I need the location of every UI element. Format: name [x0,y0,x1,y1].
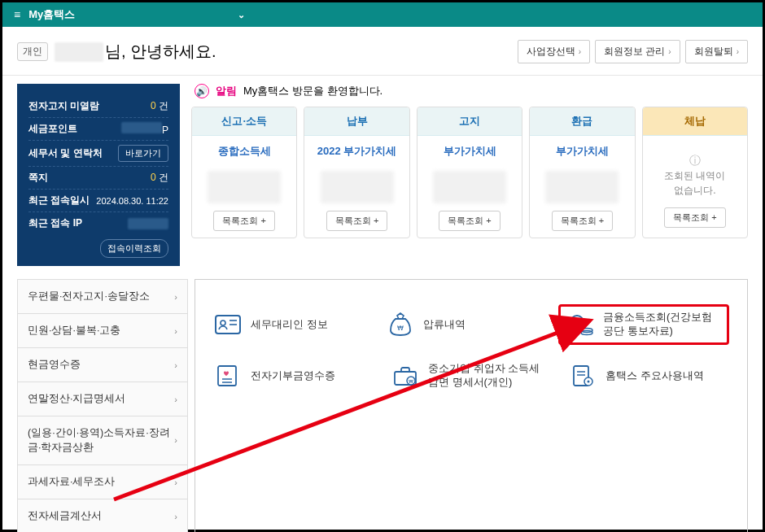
sidebar-summary: 전자고지 미열람 0 건 세금포인트 P 세무서 및 연락처 바로가기 쪽지 0… [17,84,180,266]
tabcard-report[interactable]: 신고·소득 종합소득세 목록조회 + [191,107,297,238]
menu-icon[interactable]: ≡ [14,8,20,21]
svg-text:₩: ₩ [409,379,413,384]
user-name [55,42,103,62]
grid-usage-history[interactable]: 홈택스 주요사용내역 [568,361,729,390]
briefcase-icon: ₩ [391,361,420,390]
chevron-down-icon[interactable]: ⌄ [238,10,245,20]
user-type-badge: 개인 [17,42,48,61]
id-card-icon [213,310,243,339]
office-go-button[interactable]: 바로가기 [118,145,168,162]
sidebar-row-message: 쪽지 0 건 [28,166,168,189]
select-business-button[interactable]: 사업장선택› [518,40,590,63]
svg-text:₩: ₩ [575,320,580,325]
greeting-text: 님, 안녕하세요. [105,41,216,63]
sidebar-row-taxpoint: 세금포인트 P [28,117,168,140]
alert-text: My홈택스 방문을 환영합니다. [243,84,382,98]
sidebar-row-notice: 전자고지 미열람 0 건 [28,95,168,117]
tabcard-refund[interactable]: 환급 부가가치세 목록조회 + [529,107,635,238]
svg-point-1 [221,321,225,325]
tabcard-arrears[interactable]: 체납 ⓘ 조회된 내역이없습니다. 목록조회 + [642,107,748,238]
alert-label: 알림 [216,84,237,98]
menu-item-income[interactable]: (일용·간이·용역)소득자료·장려금·학자금상환› [18,416,187,464]
grid-donation-receipt[interactable]: 전자기부금영수증 [213,361,374,390]
member-info-button[interactable]: 회원정보 관리› [595,40,680,63]
menu-list: 우편물·전자고지·송달장소› 민원·상담·불복·고충› 현금영수증› 연말정산·… [17,279,188,532]
withdraw-button[interactable]: 회원탈퇴› [685,40,748,63]
topbar-title: My홈택스 [28,7,75,22]
info-icon: ⓘ [689,154,701,168]
chevron-right-icon: › [737,47,739,56]
menu-item-cash-receipt[interactable]: 현금영수증› [18,347,187,382]
menu-item-etax-invoice[interactable]: 전자세금계산서› [18,499,187,532]
svg-text:₩: ₩ [397,325,404,332]
receipt-heart-icon [213,361,243,390]
grid-sme-exemption[interactable]: ₩ 중소기업 취업자 소득세 감면 명세서(개인) [391,361,552,390]
coins-icon: ₩ [566,310,595,339]
menu-item-mail[interactable]: 우편물·전자고지·송달장소› [18,279,187,313]
topbar: ≡ My홈택스 ⌄ [2,2,763,27]
menu-item-complaint[interactable]: 민원·상담·불복·고충› [18,313,187,347]
grid-financial-income[interactable]: ₩ 금융소득조회(건강보험공단 통보자료) [558,304,729,345]
menu-item-yearend[interactable]: 연말정산·지급명세서› [18,382,187,416]
list-view-button[interactable]: 목록조회 + [664,207,725,228]
list-view-button[interactable]: 목록조회 + [326,211,387,231]
svg-point-19 [588,381,590,383]
tabcard-notice[interactable]: 고지 부가가치세 목록조회 + [417,107,522,238]
grid-tax-agent-info[interactable]: 세무대리인 정보 [213,304,369,345]
greeting: 개인 님, 안녕하세요. [17,41,216,63]
document-gear-icon [568,361,597,390]
money-bag-icon: ₩ [386,310,415,339]
list-view-button[interactable]: 목록조회 + [439,211,500,231]
chevron-right-icon: › [174,292,177,302]
grid-panel: 세무대리인 정보 ₩ 압류내역 ₩ 금융소득조회(건강보험공단 통보자료) 전자… [195,279,748,532]
sidebar-row-office: 세무서 및 연락처 바로가기 [28,140,168,166]
header-buttons: 사업장선택› 회원정보 관리› 회원탈퇴› [518,40,748,63]
header-row: 개인 님, 안녕하세요. 사업장선택› 회원정보 관리› 회원탈퇴› [2,27,763,76]
tabcard-payment[interactable]: 납부 2022 부가가치세 목록조회 + [304,107,409,238]
grid-seizure[interactable]: ₩ 압류내역 [386,304,542,345]
login-history-button[interactable]: 접속이력조회 [100,239,168,258]
list-view-button[interactable]: 목록조회 + [213,211,274,231]
chevron-right-icon: › [668,47,671,56]
tab-cards: 신고·소득 종합소득세 목록조회 + 납부 2022 부가가치세 목록조회 + … [191,107,748,238]
sidebar-row-last-login: 최근 접속일시 2024.08.30. 11:22 [28,189,168,211]
alert-icon: 🔊 [195,84,209,98]
menu-item-tax-audit[interactable]: 과세자료·세무조사› [18,464,187,499]
chevron-right-icon: › [579,47,581,56]
list-view-button[interactable]: 목록조회 + [552,211,613,231]
sidebar-row-ip: 최근 접속 IP [28,211,168,234]
alert-line: 🔊 알림 My홈택스 방문을 환영합니다. [191,84,748,98]
